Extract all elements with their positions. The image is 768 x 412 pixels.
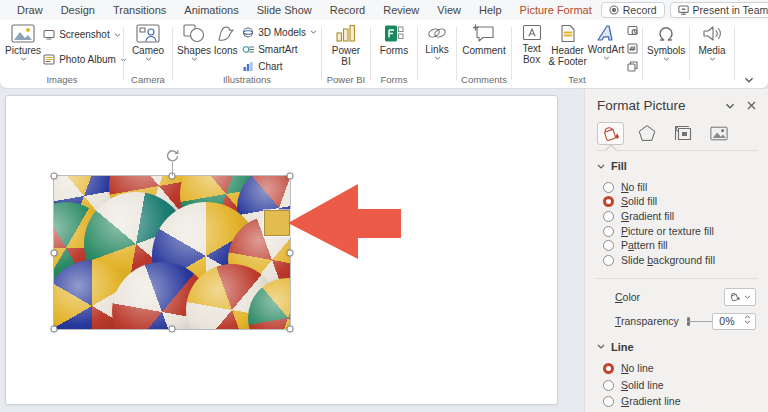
resize-handle-se[interactable] [287,326,294,333]
menu-tab-picture-format[interactable]: Picture Format [511,1,601,19]
resize-handle-nw[interactable] [51,173,58,180]
resize-handle-s[interactable] [169,326,176,333]
panel-collapse-chevron-icon[interactable] [725,103,735,109]
group-separator [689,27,690,80]
object-icon[interactable] [627,61,638,72]
radio-option-no-fill[interactable]: No fill [603,180,756,195]
screenshot-button[interactable]: Screenshot [43,27,127,43]
spinner-down-icon[interactable] [744,320,751,324]
transparency-spinner[interactable]: 0% [712,313,756,330]
red-left-arrow-shape[interactable] [288,184,401,259]
power-bi-button[interactable]: Power BI [326,22,366,67]
tab-size-and-properties[interactable] [669,122,696,145]
chart-button[interactable]: Chart [242,58,317,74]
slide-canvas[interactable] [5,95,558,405]
radio-icon[interactable] [603,226,614,237]
header-footer-button[interactable]: Header & Footer [547,22,588,67]
comment-label: Comment [462,45,505,56]
date-time-icon[interactable] [627,25,638,36]
radio-icon[interactable] [603,255,614,266]
group-label-power-bi: Power BI [326,74,366,88]
radio-icon[interactable] [603,380,614,391]
3d-models-button[interactable]: 3D Models [242,24,317,40]
radio-icon[interactable] [603,240,614,251]
radio-option-solid-fill[interactable]: Solid fill [603,195,756,210]
present-in-teams-button[interactable]: Present in Teams [670,2,768,18]
tab-effects[interactable] [633,122,660,145]
menu-tab-record[interactable]: Record [321,1,374,19]
icons-button[interactable]: Icons [211,22,240,56]
group-separator [642,27,643,80]
cameo-button[interactable]: Cameo [128,22,168,61]
fill-color-picker-button[interactable] [724,288,756,306]
radio-option-slide-background-fill[interactable]: Slide background fill [603,253,756,268]
power-bi-label: Power BI [330,45,362,67]
symbols-button[interactable]: Symbols [647,22,685,61]
radio-option-pattern-fill[interactable]: Pattern fill [603,238,756,253]
tab-picture[interactable] [705,122,732,145]
resize-handle-sw[interactable] [51,326,58,333]
menu-tab-design[interactable]: Design [52,1,104,19]
power-bi-icon [335,24,357,43]
record-button[interactable]: Record [601,2,665,18]
size-properties-icon [674,125,692,141]
ribbon-group-comments: Comment Comments [458,22,510,88]
radio-selected-icon[interactable] [603,196,614,207]
pictures-button[interactable]: Pictures [5,22,41,61]
slide-number-icon[interactable] [627,43,638,54]
group-separator [417,27,418,80]
rotation-handle-icon[interactable] [165,148,180,163]
group-label-links [422,74,452,88]
transparency-slider[interactable] [687,317,713,326]
radio-option-picture-or-texture-fill[interactable]: Picture or texture fill [603,224,756,239]
menu-tab-draw[interactable]: Draw [8,1,52,19]
group-label-camera: Camera [128,74,168,88]
smartart-button[interactable]: SmartArt [242,41,317,57]
shapes-button[interactable]: Shapes [177,22,211,61]
text-box-icon [522,24,542,41]
radio-icon[interactable] [603,182,614,193]
transparency-row: Transparency 0% [615,313,756,330]
yellow-color-swatch[interactable] [264,210,290,236]
menu-tab-view[interactable]: View [428,1,470,19]
group-label-forms: Forms [375,74,413,88]
radio-option-gradient-fill[interactable]: Gradient fill [603,209,756,224]
pictures-label: Pictures [5,45,41,56]
links-button[interactable]: Links [422,22,452,60]
menu-tab-slide-show[interactable]: Slide Show [248,1,321,19]
chevron-down-icon [145,57,152,61]
media-button[interactable]: Media [694,22,730,61]
beach-balls-picture[interactable] [54,176,290,329]
wordart-button[interactable]: WordArt [588,22,624,60]
menu-tab-animations[interactable]: Animations [175,1,247,19]
radio-option-gradient-line[interactable]: Gradient line [603,394,756,411]
panel-close-icon[interactable] [747,101,756,110]
radio-selected-icon[interactable] [603,363,614,374]
shapes-label: Shapes [177,45,211,56]
group-label-text: Text [516,74,638,88]
forms-icon [383,24,405,43]
spinner-up-icon[interactable] [744,315,751,319]
tab-fill-and-line[interactable] [597,122,624,145]
text-box-button[interactable]: Text Box [516,22,547,65]
paint-bucket-icon [729,291,741,302]
forms-button[interactable]: Forms [375,22,413,56]
transparency-value: 0% [719,315,734,327]
fill-section-header[interactable]: Fill [597,160,756,172]
selected-picture[interactable] [54,176,290,329]
color-label: Color [615,291,640,303]
radio-option-no-line[interactable]: No line [603,361,756,378]
comment-button[interactable]: Comment [461,22,507,56]
radio-icon[interactable] [603,211,614,222]
menu-tab-review[interactable]: Review [374,1,428,19]
resize-handle-ne[interactable] [287,173,294,180]
radio-icon[interactable] [603,396,614,407]
collapse-ribbon-icon[interactable] [744,77,754,83]
resize-handle-w[interactable] [51,249,58,256]
menu-tab-help[interactable]: Help [470,1,511,19]
radio-option-solid-line[interactable]: Solid line [603,377,756,394]
ribbon-group-media: Media [691,22,733,88]
line-section-header[interactable]: Line [597,341,756,353]
photo-album-button[interactable]: Photo Album [43,52,127,68]
menu-tab-transitions[interactable]: Transitions [104,1,175,19]
